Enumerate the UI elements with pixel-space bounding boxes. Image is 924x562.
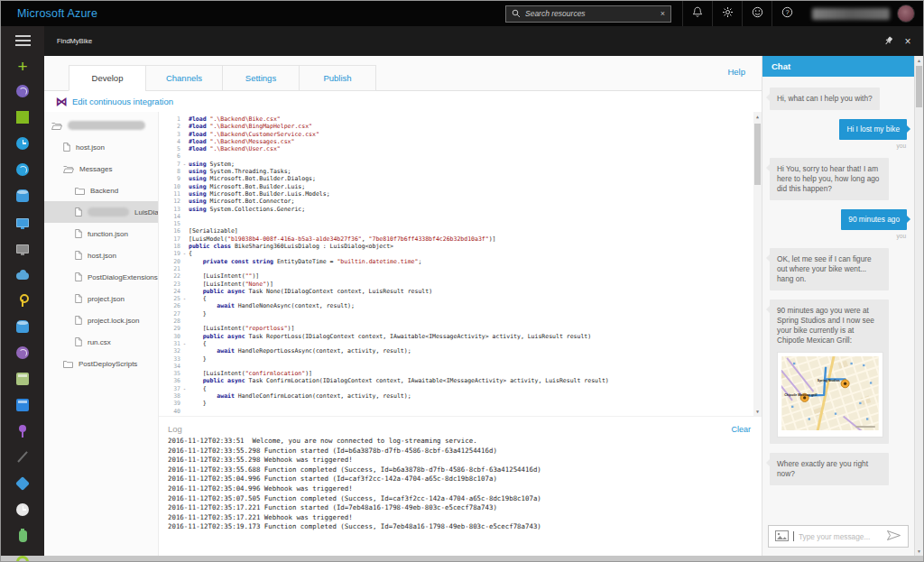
tab-develop[interactable]: Develop (69, 65, 146, 91)
code-line: 24 public async Task None(IDialogContext… (161, 288, 753, 295)
templates-icon[interactable] (14, 372, 32, 386)
username-redacted (812, 8, 890, 20)
pin-icon (883, 33, 893, 50)
tab-settings[interactable]: Settings (222, 65, 300, 91)
dev-test-labs-icon[interactable] (14, 529, 32, 543)
user-bubble: Hi I lost my bike (839, 119, 907, 140)
log-clear-button[interactable]: Clear (731, 425, 751, 434)
tree-item-LuisDialo[interactable]: LuisDialo (44, 201, 158, 223)
svg-text:Chipotle Mexican grill: Chipotle Mexican grill (784, 393, 817, 397)
tree-item-Messages[interactable]: Messages (44, 158, 158, 180)
code-scroll-thumb[interactable] (754, 124, 761, 185)
all-resources-icon[interactable] (14, 110, 32, 124)
close-blade-icon[interactable]: × (898, 32, 918, 51)
feedback-button[interactable] (742, 1, 772, 26)
new-resource-button[interactable]: + (17, 60, 27, 74)
file-icon (75, 251, 82, 260)
code-line: 7-using System; (161, 161, 753, 168)
page-scroll-thumb[interactable] (916, 66, 922, 107)
code-line: 23 [LuisIntent("None")] (161, 281, 753, 288)
code-line: 27 } (161, 310, 753, 318)
chat-message-input[interactable] (799, 532, 882, 541)
cloud-services-icon[interactable] (14, 215, 32, 229)
signature-icon[interactable] (14, 450, 32, 465)
search-input[interactable] (525, 9, 656, 18)
code-line: 14 (161, 213, 753, 220)
tree-item-PostDeployScripts[interactable]: PostDeployScripts (44, 353, 158, 374)
page-scroll-up-icon[interactable]: ▲ (915, 57, 923, 64)
blade-header: FindMyBike × (44, 26, 923, 56)
file-icon (75, 229, 82, 238)
sql-databases-icon[interactable] (14, 189, 32, 203)
code-editor-scrollbar[interactable]: ▲ ▼ (753, 112, 762, 416)
recent-icon[interactable] (14, 136, 32, 151)
pin-blade-button[interactable] (878, 32, 898, 51)
code-line: 15 (161, 220, 753, 227)
code-line: 11using Microsoft.Bot.Builder.Luis.Model… (161, 190, 753, 198)
chat-input-bar[interactable] (768, 525, 909, 548)
log-line: 2016-11-12T02:33:55.688 Function complet… (168, 465, 751, 475)
function-app-panel: DevelopChannelsSettingsPublishHelp ⋈ Edi… (44, 56, 762, 556)
billing-icon[interactable] (14, 398, 32, 412)
tree-item-host.json[interactable]: host.json (44, 244, 158, 266)
bot-message-text: OK, let me see if I can figure out where… (777, 254, 872, 283)
log-line: 2016-11-12T02:33:55.298 Webhook was trig… (168, 456, 751, 465)
chat-message-bot: Hi You, sorry to hear that! I am here to… (770, 158, 889, 200)
code-line: 18public class BikeSharing360LuisDialog … (161, 243, 753, 250)
app-services-icon[interactable] (14, 162, 32, 177)
tree-item-project.lock.json[interactable]: project.lock.json (44, 309, 158, 331)
tree-item-function.json[interactable]: function.json (44, 223, 158, 244)
help-button[interactable]: ? (772, 1, 801, 26)
storage-icon[interactable] (14, 267, 32, 281)
virtual-machines-icon[interactable] (14, 241, 32, 255)
bot-message-text: 90 minutes ago you were at Spring Studio… (777, 306, 874, 345)
scroll-up-icon[interactable]: ▲ (753, 113, 762, 120)
bot-message-text: Where exactly are you right now? (777, 459, 868, 478)
tree-item-Backend[interactable]: Backend (44, 180, 158, 201)
avatar[interactable] (897, 5, 915, 23)
tree-item-host.json[interactable]: host.json (44, 136, 158, 158)
code-line: 6 (161, 152, 753, 160)
edit-continuous-integration-link[interactable]: Edit continuous integration (72, 97, 173, 106)
tab-publish[interactable]: Publish (299, 65, 376, 91)
storage-accounts-icon[interactable] (14, 319, 32, 334)
settings-button[interactable] (712, 1, 742, 26)
resource-groups-icon[interactable] (14, 476, 32, 491)
code-line: 37- { (161, 385, 753, 392)
tree-item-label: Backend (90, 187, 118, 195)
code-line: 20 private const string EntityDateTime =… (161, 258, 753, 265)
chat-message-bot: Hi, what can I help you with? (770, 88, 880, 110)
code-line: 26 await HandleNoneAsync(context, result… (161, 302, 753, 309)
map-card[interactable]: Spring StudiosChipotle Mexican grill (777, 352, 883, 438)
send-icon[interactable] (886, 529, 901, 545)
log-line: 2016-11-12T02:35:17.221 Function started… (168, 503, 751, 513)
code-line: 4#load ".\Backend\Messages.csx" (161, 138, 753, 145)
code-editor[interactable]: 1#load ".\Backend\Bike.csx"2#load ".\Bac… (159, 112, 762, 417)
notifications-button[interactable] (682, 1, 712, 26)
tab-channels[interactable]: Channels (145, 65, 223, 91)
tags-icon[interactable] (14, 424, 32, 438)
you-label: you (897, 233, 906, 239)
page-scrollbar[interactable]: ▲ ▼ (914, 56, 923, 556)
search-icon (512, 5, 521, 22)
chat-message-list: Hi, what can I help you with?Hi I lost m… (762, 77, 914, 521)
hamburger-menu-icon[interactable] (15, 32, 31, 49)
key-vault-icon[interactable] (14, 293, 32, 308)
media-services-icon[interactable] (14, 84, 32, 98)
page-scroll-down-icon[interactable]: ▼ (915, 548, 923, 555)
search-box[interactable]: × (505, 5, 671, 23)
tree-item-run.csx[interactable]: run.csx (44, 331, 158, 353)
scroll-down-icon[interactable]: ▼ (753, 408, 762, 415)
tree-item-project.json[interactable]: project.json (44, 288, 158, 309)
cdn-icon[interactable] (14, 345, 32, 360)
search-clear-icon[interactable]: × (661, 9, 665, 18)
code-line: 21 (161, 265, 753, 272)
tree-item-PostDialogExtensions.cs[interactable]: PostDialogExtensions.cs (44, 266, 158, 288)
azure-logo: Microsoft Azure (17, 7, 97, 20)
schedule-icon[interactable] (14, 502, 32, 517)
tree-item-redacted-root[interactable] (44, 115, 158, 136)
attach-image-icon[interactable] (775, 529, 789, 545)
code-line: 32 await HandleReportLossAsync(context, … (161, 347, 753, 355)
code-line: 34 (161, 363, 753, 370)
help-link[interactable]: Help (727, 67, 745, 77)
